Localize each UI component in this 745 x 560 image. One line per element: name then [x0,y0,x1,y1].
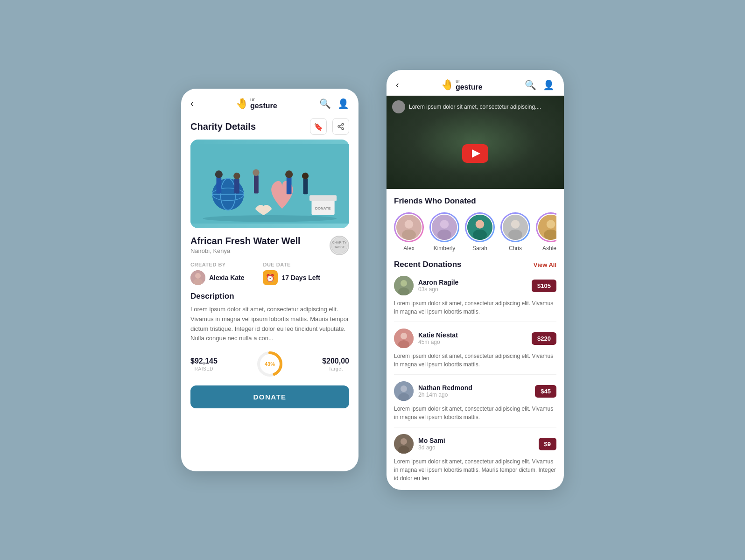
charity-location: Nairobi, Kenya [190,247,301,254]
donation-aaron: Aaron Ragile 03s ago $105 Lorem ipsum do… [394,276,556,322]
due-date-label: DUE DATE [263,262,320,267]
donation-aaron-info: Aaron Ragile 03s ago [418,279,458,293]
donation-katie-amount: $220 [532,332,556,345]
friend-chris-avatar-wrap [500,212,530,242]
donation-mo-info: Mo Sami 3d ago [418,437,445,451]
creator-row: Alexia Kate [190,270,244,285]
progress-section: $92,145 RAISED 43% $200,00 Target [181,343,358,378]
friend-alex-avatar-wrap [394,212,424,242]
charity-badge: CHARITY BADGE [330,236,349,255]
donations-section: Recent Donations View All [387,255,564,483]
right-back-button[interactable]: ‹ [396,79,399,90]
profile-icon[interactable]: 👤 [337,98,349,109]
charity-image: DONATE $ [190,140,349,228]
svg-line-3 [340,127,342,128]
target-stat: $200,00 Target [322,357,349,371]
friend-sarah-avatar-wrap [465,212,495,242]
svg-point-40 [437,230,451,240]
svg-point-2 [342,128,344,130]
svg-point-45 [511,220,520,229]
svg-point-21 [253,169,259,176]
svg-text:CHARITY: CHARITY [332,241,347,244]
svg-point-51 [401,280,407,287]
right-phone-card: ‹ 🤚 ur gesture 🔍 👤 Lorem ipsum dolor sit… [387,70,564,490]
header-actions: 🔖 [310,118,349,135]
friends-title: Friends Who Donated [394,196,556,206]
right-logo: 🤚 ur gesture [441,78,483,91]
friend-sarah[interactable]: Sarah [465,212,495,252]
video-channel-avatar [392,100,405,113]
target-value: $200,00 [322,357,349,365]
svg-point-17 [215,170,223,178]
friend-sarah-avatar [466,214,493,241]
donation-nathan-name: Nathan Redmond [418,384,472,392]
right-nav-icons: 🔍 👤 [525,79,555,91]
description-title: Description [190,292,349,301]
friend-alex[interactable]: Alex [394,212,424,252]
svg-point-0 [342,123,344,125]
donation-nathan-text: Lorem ipsum dolor sit amet, consectetur … [394,405,556,421]
svg-rect-22 [287,177,292,195]
donate-button[interactable]: DONATE [190,385,349,408]
svg-point-36 [405,220,414,229]
donation-aaron-row: Aaron Ragile 03s ago $105 [394,276,556,295]
back-button[interactable]: ‹ [190,98,194,109]
creator-avatar [190,270,205,285]
donation-nathan-row: Nathan Redmond 2h 14m ago $45 [394,381,556,401]
donation-mo-text: Lorem ipsum dolor sit amet, consectetur … [394,457,556,483]
donation-aaron-time: 03s ago [418,286,458,293]
friend-kimberly-name: Kimberly [434,245,456,252]
friend-alex-avatar [395,214,422,241]
donation-aaron-amount: $105 [532,280,556,292]
raised-stat: $92,145 RAISED [190,357,218,371]
svg-point-46 [508,230,522,240]
friend-kimberly[interactable]: Kimberly [429,212,459,252]
donations-header: Recent Donations View All [394,260,556,269]
play-button[interactable] [462,144,488,163]
donation-katie-text: Lorem ipsum dolor sit amet, consectetur … [394,352,556,369]
friend-chris-name: Chris [509,245,522,252]
donation-mo-time: 3d ago [418,444,445,451]
donations-title: Recent Donations [394,260,462,269]
svg-point-42 [476,220,485,229]
friend-ashley-avatar [537,214,556,241]
donation-katie-name: Katie Niestat [418,331,458,339]
due-date-item: DUE DATE ⏰ 17 Days Left [263,262,320,285]
svg-point-60 [401,438,407,445]
right-profile-icon[interactable]: 👤 [543,79,555,91]
svg-rect-24 [303,178,308,194]
search-icon[interactable]: 🔍 [319,98,331,109]
donation-mo-user: Mo Sami 3d ago [394,434,445,454]
friends-section: Friends Who Donated Alex [387,189,564,255]
friend-kimberly-avatar-wrap [429,212,459,242]
friend-ashley-avatar-wrap [536,212,556,242]
donation-mo: Mo Sami 3d ago $9 Lorem ipsum dolor sit … [394,434,556,483]
raised-value: $92,145 [190,357,218,365]
created-by-label: CREATED BY [190,262,244,267]
charity-name-row: African Fresh Water Well Nairobi, Kenya … [190,236,349,255]
svg-rect-18 [234,178,239,193]
donation-mo-name: Mo Sami [418,437,445,444]
charity-name: African Fresh Water Well [190,236,301,246]
donation-nathan-info: Nathan Redmond 2h 14m ago [418,384,472,398]
donation-nathan: Nathan Redmond 2h 14m ago $45 Lorem ipsu… [394,381,556,427]
friend-alex-name: Alex [403,245,414,252]
raised-label: RAISED [190,366,218,371]
svg-point-48 [547,220,555,229]
left-phone-card: ‹ 🤚 ur gesture 🔍 👤 Charity Details 🔖 [181,89,358,471]
view-all-button[interactable]: View All [534,261,556,268]
donation-katie-row: Katie Niestat 45m ago $220 [394,329,556,348]
friend-chris[interactable]: Chris [500,212,530,252]
right-content[interactable]: Friends Who Donated Alex [387,189,564,490]
description-section: Description Lorem ipsum dolor sit amet, … [181,285,358,343]
friend-ashley[interactable]: Ashley [536,212,556,252]
svg-point-43 [473,230,487,240]
video-overlay: Lorem ipsum dolor sit amet, consectetur … [387,96,564,189]
share-button[interactable] [332,118,349,135]
video-section: Lorem ipsum dolor sit amet, consectetur … [387,96,564,189]
svg-point-26 [203,215,337,222]
friends-list: Alex Kimberly [394,212,556,255]
charity-info: African Fresh Water Well Nairobi, Kenya … [181,228,358,255]
right-search-icon[interactable]: 🔍 [525,79,536,91]
bookmark-button[interactable]: 🔖 [310,118,327,135]
